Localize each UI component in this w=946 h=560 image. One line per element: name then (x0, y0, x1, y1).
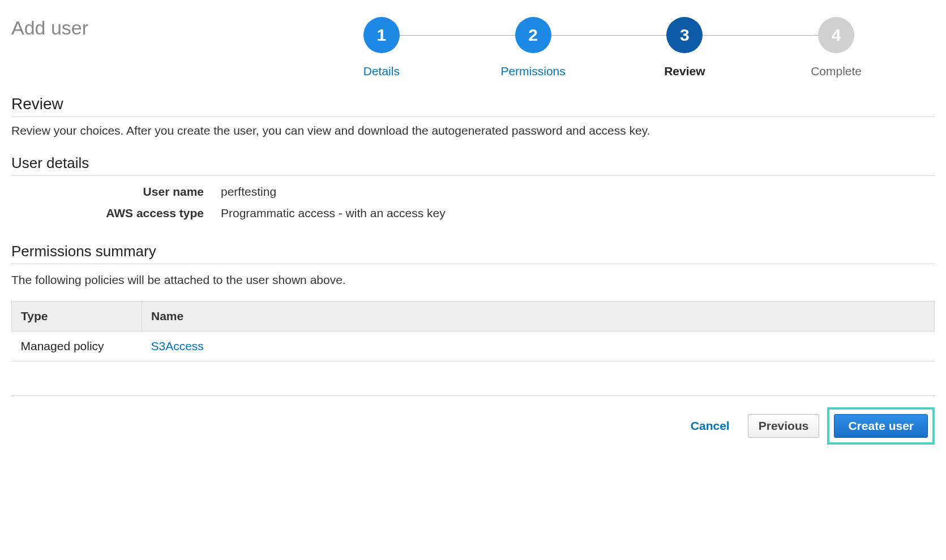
wizard-footer: Cancel Previous Create user (11, 395, 935, 445)
cancel-button[interactable]: Cancel (680, 413, 740, 438)
detail-value-username: perftesting (221, 185, 276, 199)
step-details[interactable]: 1 Details (306, 17, 457, 78)
detail-value-accesstype: Programmatic access - with an access key (221, 206, 446, 220)
step-label-complete: Complete (811, 64, 862, 78)
page-title: Add user (11, 17, 283, 39)
step-label-review: Review (664, 64, 705, 78)
detail-row-username: User name perftesting (11, 185, 935, 199)
step-circle-2: 2 (515, 17, 551, 53)
step-review: 3 Review (609, 17, 761, 78)
policies-table: Type Name Managed policy S3Access (11, 301, 935, 361)
wizard-stepper: 1 Details 2 Permissions 3 Review 4 Compl… (283, 17, 935, 78)
step-permissions[interactable]: 2 Permissions (457, 17, 609, 78)
create-user-highlight: Create user (827, 407, 935, 445)
detail-label: AWS access type (11, 206, 221, 220)
table-row: Managed policy S3Access (12, 331, 935, 361)
permissions-subtext: The following policies will be attached … (11, 273, 935, 287)
step-label-details[interactable]: Details (363, 64, 400, 78)
policy-name-link[interactable]: S3Access (151, 339, 204, 352)
previous-button[interactable]: Previous (748, 414, 820, 438)
col-header-name: Name (142, 301, 935, 331)
user-details-heading: User details (11, 154, 935, 176)
permissions-heading: Permissions summary (11, 243, 935, 264)
policy-type: Managed policy (12, 331, 142, 361)
detail-row-accesstype: AWS access type Programmatic access - wi… (11, 206, 935, 220)
create-user-button[interactable]: Create user (834, 414, 928, 438)
step-circle-1: 1 (363, 17, 400, 53)
step-circle-4: 4 (818, 17, 854, 53)
col-header-type: Type (12, 301, 142, 331)
step-label-permissions[interactable]: Permissions (500, 64, 565, 78)
step-complete: 4 Complete (760, 17, 912, 78)
step-circle-3: 3 (666, 17, 703, 53)
review-heading: Review (11, 95, 935, 117)
detail-label: User name (11, 185, 221, 199)
review-subtext: Review your choices. After you create th… (11, 124, 935, 137)
